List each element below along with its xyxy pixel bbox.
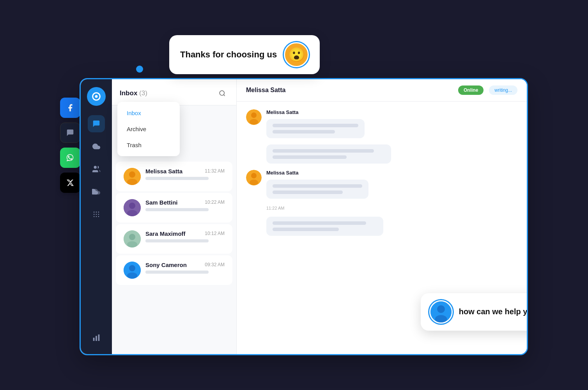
- conv-name-sony: Sony Cameron: [145, 262, 187, 268]
- msg-line-2a: [273, 184, 362, 188]
- conversation-item-sam[interactable]: Sam Bettini 10:22 AM: [116, 193, 232, 223]
- svg-point-9: [94, 216, 95, 217]
- notification-avatar-emoji: 😮: [288, 46, 305, 63]
- inbox-dropdown: Inbox Archive Trash: [117, 102, 180, 156]
- response-bubble-region-2: [266, 217, 517, 236]
- svg-point-32: [251, 173, 257, 178]
- chat-icon[interactable]: [60, 123, 80, 143]
- svg-point-7: [96, 214, 97, 215]
- notification-avatar: 😮: [284, 42, 309, 67]
- svg-point-17: [129, 171, 135, 178]
- dropdown-item-trash[interactable]: Trash: [117, 137, 180, 153]
- conv-avatar-sara: [124, 230, 141, 248]
- conversation-item-melissa[interactable]: Melissa Satta 11:32 AM: [116, 162, 232, 191]
- conv-avatar-sony: [124, 262, 141, 279]
- response-bubble-1: [266, 144, 391, 164]
- help-text: how can we help you?: [459, 307, 528, 316]
- whatsapp-icon[interactable]: [60, 148, 80, 168]
- conv-time-sara: 10:12 AM: [205, 231, 225, 236]
- resp-line-2b: [273, 228, 339, 231]
- msg-sender-1: Melissa Satta: [266, 109, 365, 115]
- svg-point-20: [129, 203, 135, 209]
- conv-content-sam: Sam Bettini 10:22 AM: [145, 199, 225, 211]
- sidebar-item-cloud1[interactable]: [88, 138, 105, 155]
- svg-point-11: [98, 216, 99, 217]
- inbox-title: Inbox (3): [120, 89, 147, 97]
- status-badge: Online: [458, 85, 484, 95]
- notification-text: Thanks for choosing us: [180, 50, 277, 60]
- msg-line-1b: [273, 130, 335, 134]
- conv-preview-melissa: [145, 177, 209, 180]
- dropdown-item-archive[interactable]: Archive: [117, 121, 180, 137]
- writing-badge: writing...: [489, 85, 517, 95]
- conv-content-sony: Sony Cameron 09:32 AM: [145, 262, 225, 274]
- msg-bubble-2: [266, 180, 368, 199]
- conv-name-melissa: Melissa Satta: [145, 168, 182, 175]
- msg-bubble-group-1: Melissa Satta: [266, 109, 365, 138]
- sidebar-item-contacts[interactable]: [88, 160, 105, 178]
- help-avatar: [429, 300, 453, 324]
- svg-point-5: [98, 211, 99, 212]
- blue-dot-indicator: [136, 66, 143, 73]
- sidebar-item-analytics[interactable]: [88, 329, 105, 346]
- conv-avatar-melissa: [124, 168, 141, 185]
- svg-point-36: [435, 315, 447, 323]
- sidebar-item-cloud2[interactable]: [88, 183, 105, 200]
- conversation-item-sony[interactable]: Sony Cameron 09:32 AM: [116, 255, 232, 285]
- conv-preview-sara: [145, 239, 209, 242]
- svg-point-1: [95, 95, 98, 98]
- search-button[interactable]: [216, 87, 228, 100]
- msg-avatar-2: [246, 170, 262, 185]
- scene: Thanks for choosing us 😮: [60, 35, 528, 355]
- svg-point-24: [127, 241, 137, 248]
- resp-line-1b: [273, 155, 347, 159]
- sidebar-item-messages[interactable]: [88, 115, 105, 132]
- svg-rect-12: [93, 338, 95, 341]
- message-row-2: Melissa Satta: [246, 170, 517, 199]
- svg-point-18: [127, 179, 137, 185]
- conversation-item-sara[interactable]: Sara Maximoff 10:12 AM: [116, 224, 232, 254]
- conv-preview-sony: [145, 271, 209, 274]
- app-logo[interactable]: [87, 87, 106, 106]
- msg-sender-2: Melissa Satta: [266, 170, 368, 176]
- inbox-panel: Inbox (3) Inbox Archive Trash: [112, 79, 237, 354]
- help-bubble: how can we help you?: [421, 293, 528, 331]
- svg-rect-13: [96, 336, 97, 341]
- social-icons-panel: [60, 98, 80, 193]
- response-bubble-2: [266, 217, 383, 236]
- dropdown-item-inbox[interactable]: Inbox: [117, 105, 180, 121]
- svg-point-15: [220, 91, 224, 95]
- conv-time-melissa: 11:32 AM: [205, 168, 225, 174]
- msg-avatar-1: [246, 109, 262, 125]
- x-twitter-icon[interactable]: [60, 173, 80, 193]
- sidebar-item-grid[interactable]: [88, 206, 105, 223]
- svg-point-21: [127, 210, 137, 216]
- msg-bubble-group-2: Melissa Satta: [266, 170, 368, 199]
- msg-line-1a: [273, 124, 358, 127]
- svg-point-33: [250, 180, 258, 185]
- svg-point-23: [129, 234, 135, 240]
- conv-name-sara: Sara Maximoff: [145, 230, 186, 237]
- svg-point-3: [94, 211, 95, 212]
- conv-time-sam: 10:22 AM: [205, 199, 225, 205]
- svg-point-26: [129, 265, 135, 271]
- conv-name-sam: Sam Bettini: [145, 199, 178, 206]
- chat-panel: Melissa Satta Online writing... Me: [237, 79, 527, 354]
- resp-line-2a: [273, 221, 366, 225]
- help-bubble-region: [266, 144, 517, 164]
- conv-preview-sam: [145, 208, 209, 211]
- svg-point-6: [94, 214, 95, 215]
- facebook-icon[interactable]: [60, 98, 80, 118]
- app-window: Inbox (3) Inbox Archive Trash: [80, 78, 528, 355]
- svg-point-27: [127, 272, 137, 279]
- svg-point-10: [96, 216, 97, 217]
- conv-content-melissa: Melissa Satta 11:32 AM: [145, 168, 225, 180]
- top-notification: Thanks for choosing us 😮: [169, 35, 320, 74]
- svg-point-35: [437, 305, 445, 313]
- sidebar: [81, 79, 112, 354]
- inbox-header: Inbox (3): [112, 79, 236, 105]
- conv-avatar-sam: [124, 199, 141, 216]
- msg-timestamp-2: 11:22 AM: [266, 206, 517, 210]
- svg-point-8: [98, 214, 99, 215]
- conv-content-sara: Sara Maximoff 10:12 AM: [145, 230, 225, 242]
